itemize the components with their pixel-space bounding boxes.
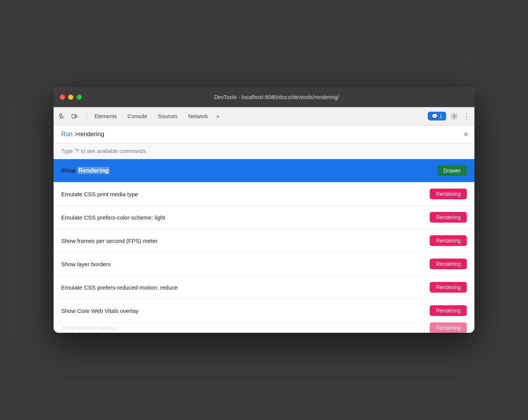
rendering-tag-button[interactable]: Rendering bbox=[430, 305, 467, 316]
tab-network[interactable]: Network bbox=[183, 107, 213, 125]
rendering-tag-button[interactable]: Rendering bbox=[430, 235, 467, 246]
command-row[interactable]: Emulate CSS prefers-color-scheme: lightR… bbox=[54, 206, 474, 229]
command-label: Emulate CSS print media type bbox=[61, 191, 138, 197]
tab-console[interactable]: Console bbox=[122, 107, 152, 125]
titlebar: DevTools - localhost:8080/docs/devtools/… bbox=[54, 87, 474, 107]
command-row[interactable]: Show Core Web Vitals overlayRendering bbox=[54, 299, 474, 322]
fullscreen-button[interactable] bbox=[77, 94, 82, 100]
svg-rect-4 bbox=[75, 115, 77, 117]
command-list: Show RenderingDrawerEmulate CSS print me… bbox=[54, 159, 474, 322]
issues-badge-button[interactable]: 💬 1 bbox=[428, 112, 446, 120]
svg-rect-3 bbox=[72, 114, 75, 118]
minimize-button[interactable] bbox=[68, 94, 73, 100]
tab-sources[interactable]: Sources bbox=[153, 107, 183, 125]
issues-icon: 💬 bbox=[432, 113, 438, 119]
command-row[interactable]: Show RenderingDrawer bbox=[54, 159, 474, 182]
close-button[interactable] bbox=[60, 94, 65, 100]
more-options-button[interactable]: ⋮ bbox=[462, 112, 471, 121]
tabbar: Elements Console Sources Network » 💬 1 bbox=[54, 107, 474, 125]
command-row[interactable]: Show frames per second (FPS) meterRender… bbox=[54, 229, 474, 252]
tabbar-right: 💬 1 ⋮ bbox=[428, 111, 471, 122]
content-area: Run >rendering ✕ Type '?' to see availab… bbox=[54, 125, 474, 333]
command-row[interactable]: Emulate CSS prefers-reduced-motion: redu… bbox=[54, 276, 474, 299]
traffic-lights bbox=[60, 94, 82, 100]
devtools-window: DevTools - localhost:8080/docs/devtools/… bbox=[54, 87, 474, 333]
window-title: DevTools - localhost:8080/docs/devtools/… bbox=[85, 94, 468, 100]
inspect-element-button[interactable] bbox=[57, 111, 67, 122]
run-command-text: >rendering bbox=[75, 131, 104, 138]
command-label: Emulate CSS prefers-reduced-motion: redu… bbox=[61, 284, 178, 291]
rendering-tag-button[interactable]: Rendering bbox=[430, 259, 467, 269]
tab-divider bbox=[86, 112, 87, 120]
run-label: Run bbox=[61, 131, 72, 138]
command-label: Emulate CSS prefers-color-scheme: light bbox=[61, 214, 165, 221]
svg-rect-0 bbox=[60, 114, 62, 116]
settings-button[interactable] bbox=[448, 111, 460, 122]
command-label: Show Core Web Vitals overlay bbox=[61, 308, 139, 314]
bottom-clip-rendering-tag: Rendering bbox=[430, 322, 467, 333]
svg-point-5 bbox=[453, 115, 455, 117]
command-row[interactable]: Show layer bordersRendering bbox=[54, 252, 474, 276]
bottom-clip: Show scrollbar overlays Rendering bbox=[54, 322, 474, 333]
command-row[interactable]: Emulate CSS print media typeRendering bbox=[54, 182, 474, 206]
rendering-tag-button[interactable]: Rendering bbox=[430, 189, 467, 199]
toolbar-icons bbox=[57, 111, 80, 122]
rendering-tag-button[interactable]: Rendering bbox=[430, 212, 467, 223]
issues-count: 1 bbox=[440, 113, 442, 119]
tab-more-button[interactable]: » bbox=[213, 111, 222, 122]
device-toolbar-button[interactable] bbox=[69, 111, 80, 122]
search-hint: Type '?' to see available commands bbox=[54, 143, 474, 159]
command-label: Show frames per second (FPS) meter bbox=[61, 238, 158, 244]
rendering-tag-button[interactable]: Rendering bbox=[430, 282, 467, 293]
run-bar-close-icon[interactable]: ✕ bbox=[463, 131, 468, 138]
tab-elements[interactable]: Elements bbox=[89, 107, 122, 125]
drawer-tag-button[interactable]: Drawer bbox=[437, 165, 467, 176]
command-label: Show Rendering bbox=[61, 167, 110, 174]
command-label: Show layer borders bbox=[61, 261, 111, 267]
run-bar: Run >rendering ✕ bbox=[54, 125, 474, 143]
